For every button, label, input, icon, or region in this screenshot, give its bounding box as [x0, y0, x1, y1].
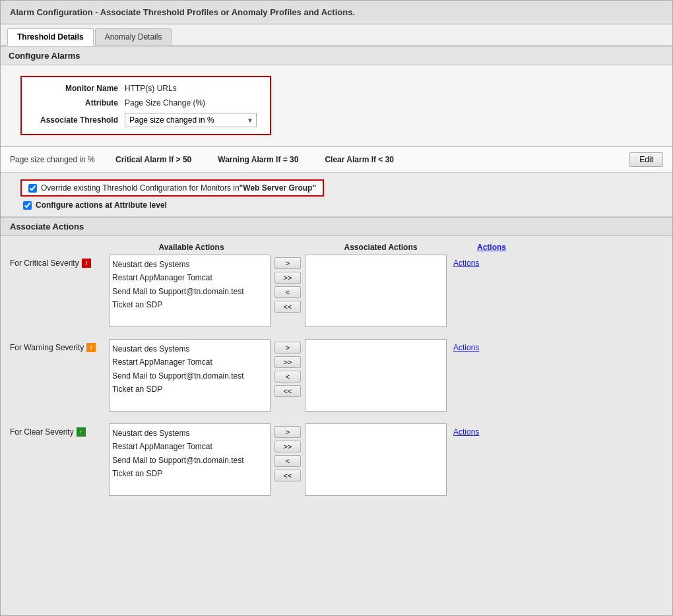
critical-remove-all-button[interactable]: <<: [274, 301, 301, 313]
threshold-summary-row: Page size changed in % Critical Alarm If…: [1, 146, 672, 173]
configure-alarms-inner-box: Monitor Name HTTP(s) URLs Attribute Page…: [20, 76, 271, 135]
override-inline-box: Override existing Threshold Configuratio…: [20, 179, 324, 197]
clear-severity-icon: ↑: [77, 427, 86, 437]
list-item[interactable]: Send Mail to Support@tn.domain.test: [112, 454, 267, 467]
edit-button[interactable]: Edit: [629, 152, 663, 167]
page-header: Alarm Configuration - Associate Threshol…: [1, 1, 672, 24]
warning-severity-label: For Warning Severity !: [10, 339, 109, 352]
warning-remove-one-button[interactable]: <: [274, 371, 301, 383]
list-item[interactable]: Send Mail to Support@tn.domain.test: [112, 369, 267, 383]
clear-available-listbox[interactable]: Neustart des Systems Restart AppManager …: [109, 423, 271, 496]
critical-severity-text: For Critical Severity: [10, 259, 79, 268]
attribute-label: Attribute: [32, 98, 125, 108]
severity-row-critical: For Critical Severity ! Neustart des Sys…: [10, 255, 663, 327]
list-item[interactable]: Neustart des Systems: [112, 427, 267, 440]
warning-associated-listbox[interactable]: [305, 339, 447, 412]
clear-remove-all-button[interactable]: <<: [274, 470, 301, 481]
warning-severity-text: For Warning Severity: [10, 343, 84, 352]
attribute-row: Attribute Page Size Change (%): [32, 98, 259, 108]
clear-alarm-info: Clear Alarm If < 30: [325, 155, 394, 164]
col-buttons-header: [274, 243, 308, 252]
list-item[interactable]: Restart AppManager Tomcat: [112, 271, 267, 284]
override-checkbox-row1: Override existing Threshold Configuratio…: [20, 179, 653, 197]
page-title: Alarm Configuration - Associate Threshol…: [10, 7, 355, 17]
warning-alarm-info: Warning Alarm If = 30: [218, 155, 298, 164]
list-item[interactable]: Ticket an SDP: [112, 467, 267, 480]
tabs-bar: Threshold Details Anomaly Details: [1, 24, 672, 46]
associate-threshold-dropdown[interactable]: Page size changed in %: [125, 113, 257, 127]
critical-remove-one-button[interactable]: <: [274, 286, 301, 298]
critical-available-listbox[interactable]: Neustart des Systems Restart AppManager …: [109, 255, 271, 327]
critical-alarm-info: Critical Alarm If > 50: [115, 155, 191, 164]
configure-alarms-block: Monitor Name HTTP(s) URLs Attribute Page…: [1, 65, 672, 146]
col-associated-header: Associated Actions: [308, 243, 453, 252]
list-item[interactable]: Restart AppManager Tomcat: [112, 355, 267, 369]
clear-severity-text: For Clear Severity: [10, 427, 74, 437]
monitor-name-value: HTTP(s) URLs: [125, 84, 177, 93]
associate-actions-header: Associate Actions: [1, 217, 672, 236]
critical-actions-link[interactable]: Actions: [447, 255, 493, 268]
clear-associated-listbox[interactable]: [305, 423, 447, 496]
monitor-name-row: Monitor Name HTTP(s) URLs: [32, 84, 259, 93]
configure-actions-label: Configure actions at Attribute level: [36, 200, 167, 210]
configure-actions-row: Configure actions at Attribute level: [23, 200, 653, 210]
list-item[interactable]: Neustart des Systems: [112, 342, 267, 355]
col-actions-header: Actions: [453, 243, 506, 252]
monitor-name-label: Monitor Name: [32, 84, 125, 93]
critical-associated-listbox[interactable]: [305, 255, 447, 327]
list-item[interactable]: Restart AppManager Tomcat: [112, 440, 267, 453]
col-headers: Available Actions Associated Actions Act…: [10, 243, 663, 255]
associate-actions-section: Associate Actions Available Actions Asso…: [1, 217, 672, 514]
associate-threshold-label: Associate Threshold: [32, 115, 125, 125]
override-label-text: Override existing Threshold Configuratio…: [41, 183, 240, 193]
critical-severity-label: For Critical Severity !: [10, 255, 109, 268]
list-item[interactable]: Ticket an SDP: [112, 298, 267, 311]
critical-add-one-button[interactable]: >: [274, 257, 301, 269]
clear-actions-link[interactable]: Actions: [447, 423, 493, 437]
override-section: Override existing Threshold Configuratio…: [1, 173, 672, 217]
warning-add-all-button[interactable]: >>: [274, 356, 301, 368]
critical-add-all-button[interactable]: >>: [274, 272, 301, 284]
attribute-value: Page Size Change (%): [125, 98, 205, 108]
actions-grid: Available Actions Associated Actions Act…: [1, 236, 672, 514]
warning-add-one-button[interactable]: >: [274, 342, 301, 354]
clear-add-all-button[interactable]: >>: [274, 441, 301, 452]
list-item[interactable]: Send Mail to Support@tn.domain.test: [112, 285, 267, 298]
override-group-name: "Web Server Group": [240, 183, 317, 193]
col-available-header: Available Actions: [109, 243, 274, 252]
threshold-name: Page size changed in %: [10, 155, 115, 164]
list-item[interactable]: Ticket an SDP: [112, 383, 267, 396]
warning-transfer-buttons: > >> < <<: [271, 339, 305, 400]
associate-threshold-row: Associate Threshold Page size changed in…: [32, 113, 259, 127]
warning-available-listbox[interactable]: Neustart des Systems Restart AppManager …: [109, 339, 271, 412]
configure-alarms-header: Configure Alarms: [1, 46, 672, 65]
warning-actions-link[interactable]: Actions: [447, 339, 493, 352]
associate-threshold-dropdown-wrapper: Page size changed in % ▼: [125, 113, 257, 127]
tab-anomaly-details[interactable]: Anomaly Details: [95, 28, 172, 45]
clear-severity-label: For Clear Severity ↑: [10, 423, 109, 437]
critical-transfer-buttons: > >> < <<: [271, 255, 305, 315]
clear-remove-one-button[interactable]: <: [274, 455, 301, 467]
severity-row-warning: For Warning Severity ! Neustart des Syst…: [10, 339, 663, 412]
section-configure-alarms: Configure Alarms Monitor Name HTTP(s) UR…: [1, 46, 672, 146]
critical-severity-icon: !: [82, 259, 91, 268]
override-checkbox[interactable]: [28, 184, 37, 193]
list-item[interactable]: Neustart des Systems: [112, 258, 267, 271]
configure-actions-checkbox[interactable]: [23, 201, 32, 210]
severity-row-clear: For Clear Severity ↑ Neustart des System…: [10, 423, 663, 496]
tab-threshold-details[interactable]: Threshold Details: [7, 28, 94, 46]
warning-severity-icon: !: [86, 343, 96, 352]
warning-remove-all-button[interactable]: <<: [274, 385, 301, 397]
page-wrapper: Alarm Configuration - Associate Threshol…: [0, 0, 673, 616]
clear-transfer-buttons: > >> < <<: [271, 423, 305, 484]
clear-add-one-button[interactable]: >: [274, 426, 301, 438]
